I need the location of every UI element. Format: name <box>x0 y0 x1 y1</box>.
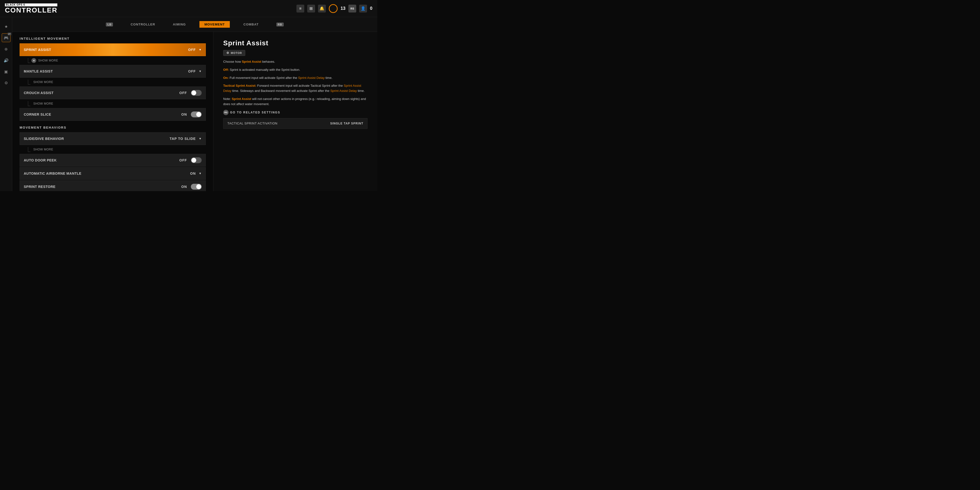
setting-sprint-restore[interactable]: Sprint Restore On <box>20 180 206 191</box>
go-to-text: GO TO RELATED SETTINGS <box>230 111 280 114</box>
auto-door-peek-value: Off <box>179 158 187 162</box>
xp-ring <box>329 4 337 13</box>
related-row-tactical-sprint[interactable]: Tactical Sprint Activation SINGLE TAP SP… <box>223 118 368 129</box>
desc-intro: Choose how Sprint Assist behaves. <box>223 59 368 64</box>
lt-badge: LT <box>8 33 11 35</box>
main-content: INTELLIGENT MOVEMENT Sprint Assist Off ▼… <box>12 32 377 191</box>
sidebar-item-favorites[interactable]: ★ <box>2 22 11 31</box>
controller-icon: 🎮 <box>4 35 9 40</box>
sidebar-item-audio[interactable]: 🔊 <box>2 56 11 65</box>
tab-lb[interactable]: LB <box>102 21 117 28</box>
slide-dive-label: Slide/Dive Behavior <box>24 137 170 141</box>
sprint-assist-delay-1: Sprint Assist Delay <box>298 76 325 80</box>
slide-dive-show-more[interactable]: Show More <box>20 146 206 153</box>
on-label: On: <box>223 76 229 80</box>
desc-note: Note: Sprint Assist will not cancel othe… <box>223 97 368 107</box>
off-label: Off: <box>223 68 229 72</box>
setting-auto-door-peek[interactable]: Auto Door Peek Off <box>20 154 206 167</box>
tab-controller[interactable]: CONTROLLER <box>127 21 159 28</box>
go-to-related[interactable]: RS GO TO RELATED SETTINGS <box>223 110 368 115</box>
rs-badge: RS <box>348 5 356 13</box>
corner-slice-toggle[interactable] <box>191 111 202 117</box>
indent-line <box>28 58 30 63</box>
crouch-assist-label: Crouch Assist <box>24 91 179 95</box>
auto-door-peek-toggle[interactable] <box>191 157 202 163</box>
slide-dive-chevron: ▼ <box>199 137 202 140</box>
menu-icon[interactable]: ≡ <box>296 5 304 13</box>
setting-corner-slice[interactable]: Corner Slice On <box>20 108 206 121</box>
slide-dive-value: Tap to Slide <box>170 137 196 141</box>
settings-panel: INTELLIGENT MOVEMENT Sprint Assist Off ▼… <box>12 32 213 191</box>
corner-slice-value: On <box>181 113 187 116</box>
auto-door-peek-toggle-knob <box>191 158 196 163</box>
show-more-label-3: Show More <box>33 102 53 105</box>
sprint-assist-show-more[interactable]: ✕ Show More <box>20 57 206 64</box>
sidebar-item-controller[interactable]: 🎮 LT <box>2 33 11 42</box>
sidebar-item-screen[interactable]: ▣ <box>2 67 11 76</box>
tab-rb[interactable]: RB <box>272 21 288 28</box>
setting-automatic-airborne-mantle[interactable]: Automatic Airborne Mantle On ▼ <box>20 167 206 180</box>
tab-aiming[interactable]: AIMING <box>169 21 189 28</box>
setting-sprint-assist[interactable]: Sprint Assist Off ▼ <box>20 43 206 56</box>
indent-line-3 <box>28 101 30 106</box>
crouch-assist-toggle[interactable] <box>191 90 202 96</box>
tactical-sprint-label: Tactical Sprint Activation <box>228 121 330 125</box>
indent-line-4 <box>28 147 30 152</box>
setting-mantle-assist[interactable]: Mantle Assist Off ▼ <box>20 65 206 78</box>
tab-combat[interactable]: COMBAT <box>240 21 262 28</box>
show-more-label-1: Show More <box>38 59 58 62</box>
profile-icon[interactable]: 👤 <box>359 5 367 13</box>
toggle-knob <box>191 91 196 95</box>
x-icon: ✕ <box>31 58 36 63</box>
mantle-assist-value: Off <box>188 69 196 73</box>
rs-badge-icon: RS <box>223 110 229 115</box>
sidebar-item-network[interactable]: ⚙ <box>2 78 11 87</box>
tactical-sprint-value: SINGLE TAP SPRINT <box>330 122 363 125</box>
sprint-assist-note-orange: Sprint Assist <box>232 97 251 101</box>
sprint-restore-toggle-knob <box>196 184 201 189</box>
movement-behaviors-title: MOVEMENT BEHAVIORS <box>20 126 206 129</box>
nav-tabs: LB CONTROLLER AIMING MOVEMENT COMBAT RB <box>12 17 377 32</box>
coins: 0 <box>370 6 372 11</box>
screen-icon: ▣ <box>4 69 8 74</box>
notification-icon[interactable]: 🔔 <box>318 5 326 13</box>
mantle-assist-chevron: ▼ <box>199 70 202 73</box>
sprint-assist-chevron: ▼ <box>199 48 202 51</box>
star-icon: ★ <box>5 24 8 29</box>
topbar-right: ≡ ⊞ 🔔 13 RS 👤 0 <box>296 4 372 13</box>
sidebar-item-crosshair[interactable]: ⊕ <box>2 45 11 53</box>
logo-title: CONTROLLER <box>5 7 57 14</box>
topbar: BLACK OPS 6 CONTROLLER ≡ ⊞ 🔔 13 RS 👤 0 <box>0 0 377 17</box>
desc-title: Sprint Assist <box>223 39 368 47</box>
sprint-restore-value: On <box>181 185 187 189</box>
crosshair-icon: ⊕ <box>5 47 8 51</box>
auto-door-peek-label: Auto Door Peek <box>24 158 179 162</box>
tactical-label: Tactical Sprint Assist: <box>223 84 256 88</box>
crouch-assist-value: Off <box>179 91 187 95</box>
sprint-assist-value: Off <box>188 48 196 52</box>
indent-line-2 <box>28 80 30 84</box>
logo: BLACK OPS 6 CONTROLLER <box>5 3 57 14</box>
level-number: 13 <box>340 6 345 11</box>
show-more-label-4: Show More <box>33 148 53 151</box>
audio-icon: 🔊 <box>4 58 9 63</box>
sprint-assist-label: Sprint Assist <box>24 48 188 52</box>
desc-on: On: Full movement input will activate Sp… <box>223 75 368 81</box>
tab-movement[interactable]: MOVEMENT <box>199 21 229 28</box>
sprint-restore-toggle[interactable] <box>191 184 202 189</box>
motor-icon: ⚙ <box>226 51 229 55</box>
desc-off: Off: Sprint is activated manually with t… <box>223 67 368 73</box>
setting-crouch-assist[interactable]: Crouch Assist Off <box>20 86 206 99</box>
automatic-airborne-mantle-label: Automatic Airborne Mantle <box>24 172 190 175</box>
grid-icon[interactable]: ⊞ <box>307 5 315 13</box>
description-panel: Sprint Assist ⚙ MOTOR Choose how Sprint … <box>213 32 377 191</box>
mantle-assist-show-more[interactable]: Show More <box>20 78 206 86</box>
desc-badge: ⚙ MOTOR <box>223 50 245 56</box>
corner-slice-label: Corner Slice <box>24 113 181 116</box>
crouch-assist-show-more[interactable]: Show More <box>20 100 206 108</box>
sprint-assist-orange: Sprint Assist <box>242 60 261 64</box>
setting-slide-dive[interactable]: Slide/Dive Behavior Tap to Slide ▼ <box>20 132 206 145</box>
desc-badge-label: MOTOR <box>231 51 242 54</box>
logo-black-ops: BLACK OPS 6 <box>5 3 57 6</box>
network-icon: ⚙ <box>5 81 8 85</box>
